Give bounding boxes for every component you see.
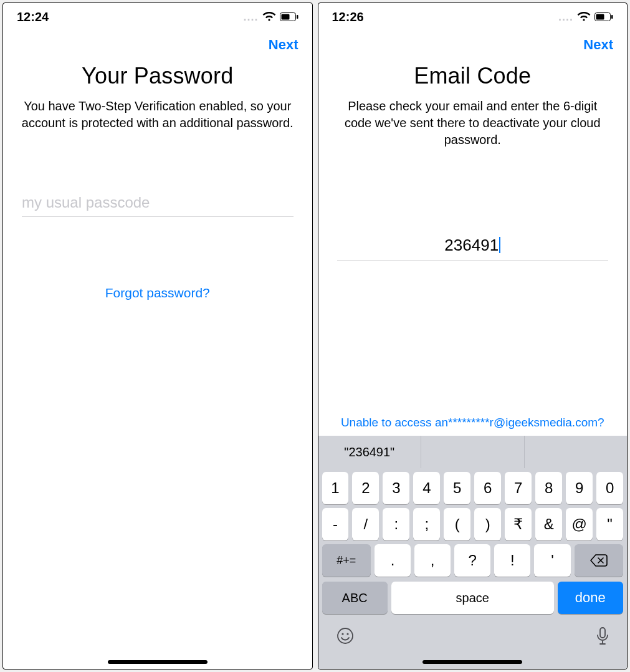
key-at[interactable]: @ (566, 508, 593, 540)
key-paren-open[interactable]: ( (444, 508, 470, 540)
page-subtitle: Please check your email and enter the 6-… (335, 98, 611, 148)
suggestion-bar: "236491" (318, 436, 628, 468)
svg-rect-9 (600, 628, 605, 638)
key-8[interactable]: 8 (535, 472, 562, 504)
keyboard-row-3: #+= . , ? ! ' (318, 540, 628, 577)
key-5[interactable]: 5 (444, 472, 470, 504)
key-exclaim[interactable]: ! (494, 544, 530, 577)
key-ampersand[interactable]: & (535, 508, 562, 540)
key-semicolon[interactable]: ; (413, 508, 440, 540)
svg-rect-5 (611, 15, 613, 19)
key-9[interactable]: 9 (566, 472, 593, 504)
status-right: .... (243, 11, 298, 24)
unable-access-link[interactable]: Unable to access an*********r@igeeksmedi… (318, 416, 628, 436)
keyboard: "236491" 1 2 3 4 5 6 7 8 9 0 - / : ; ( )… (318, 436, 628, 669)
key-6[interactable]: 6 (474, 472, 501, 504)
svg-rect-1 (281, 14, 289, 20)
emoji-icon (336, 626, 355, 646)
status-bar: 12:24 .... (3, 3, 312, 31)
key-quote[interactable]: " (596, 508, 623, 540)
suggestion-item[interactable]: "236491" (318, 436, 422, 468)
battery-icon (594, 12, 613, 21)
key-paren-close[interactable]: ) (474, 508, 501, 540)
key-period[interactable]: . (375, 544, 411, 577)
key-abc[interactable]: ABC (322, 582, 388, 614)
status-right: .... (558, 11, 613, 24)
nav-bar: Next (318, 31, 628, 57)
cellular-dots-icon: .... (243, 11, 258, 24)
emoji-button[interactable] (336, 626, 355, 646)
key-comma[interactable]: , (414, 544, 451, 577)
password-input[interactable] (22, 194, 294, 211)
suggestion-empty (421, 436, 525, 468)
code-field-wrap[interactable]: 236491 (337, 236, 609, 261)
key-colon[interactable]: : (383, 508, 409, 540)
page-title: Your Password (16, 63, 300, 89)
key-done[interactable]: done (558, 582, 623, 614)
phone-left-password: 12:24 .... Next Your Password You have T… (2, 2, 313, 670)
cellular-dots-icon: .... (558, 11, 573, 24)
status-time: 12:26 (332, 10, 364, 24)
nav-bar: Next (3, 31, 312, 57)
key-0[interactable]: 0 (596, 472, 623, 504)
svg-point-8 (346, 633, 348, 635)
wifi-icon (262, 12, 276, 22)
code-input[interactable]: 236491 (337, 236, 609, 255)
battery-icon (280, 12, 298, 21)
svg-point-6 (338, 628, 353, 643)
wifi-icon (577, 12, 591, 22)
phone-right-email-code: 12:26 .... Next Email Code Please check … (318, 2, 628, 670)
key-rupee[interactable]: ₹ (505, 508, 532, 540)
key-space[interactable]: space (391, 582, 554, 614)
page-title: Email Code (331, 63, 615, 89)
key-dash[interactable]: - (322, 508, 349, 540)
code-value: 236491 (444, 236, 499, 254)
key-backspace[interactable] (575, 544, 623, 577)
dictation-button[interactable] (596, 626, 609, 646)
key-1[interactable]: 1 (322, 472, 349, 504)
key-2[interactable]: 2 (352, 472, 379, 504)
backspace-icon (590, 554, 608, 567)
svg-rect-2 (297, 15, 298, 19)
password-field-wrap (22, 194, 294, 217)
svg-point-7 (341, 633, 343, 635)
keyboard-row-4: ABC space done (318, 577, 628, 614)
keyboard-row-2: - / : ; ( ) ₹ & @ " (318, 504, 628, 540)
status-time: 12:24 (17, 10, 49, 24)
microphone-icon (596, 626, 609, 646)
status-bar: 12:26 .... (318, 3, 628, 31)
key-4[interactable]: 4 (413, 472, 440, 504)
suggestion-empty (525, 436, 628, 468)
home-indicator[interactable] (422, 660, 522, 664)
key-3[interactable]: 3 (383, 472, 409, 504)
page-subtitle: You have Two-Step Verification enabled, … (19, 98, 296, 132)
home-indicator[interactable] (108, 660, 208, 664)
text-caret (499, 237, 500, 253)
keyboard-row-1: 1 2 3 4 5 6 7 8 9 0 (318, 468, 628, 504)
key-slash[interactable]: / (352, 508, 379, 540)
next-button[interactable]: Next (269, 37, 298, 53)
key-7[interactable]: 7 (505, 472, 532, 504)
next-button[interactable]: Next (583, 37, 613, 53)
svg-rect-4 (596, 14, 604, 20)
key-apostrophe[interactable]: ' (534, 544, 570, 577)
key-symbols[interactable]: #+= (322, 544, 371, 577)
forgot-password-link[interactable]: Forgot password? (105, 286, 210, 300)
keyboard-bottom-row (318, 614, 628, 646)
key-question[interactable]: ? (454, 544, 490, 577)
